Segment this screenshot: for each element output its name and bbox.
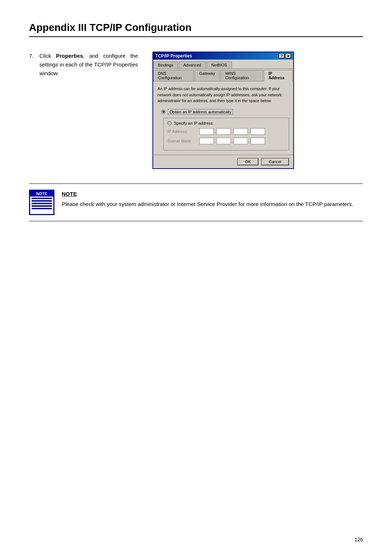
ip-dot-2: . xyxy=(232,129,233,134)
radio-obtain-label: Obtain an IP address automatically xyxy=(168,109,233,115)
ip-address-label: IP Address: xyxy=(167,129,196,134)
ip-address-row: IP Address: . . . xyxy=(167,128,285,135)
dialog-description: An IP address can be automatically assig… xyxy=(158,86,289,104)
page-number: 126 xyxy=(355,537,363,542)
ip-octet-4[interactable] xyxy=(250,128,265,135)
help-button[interactable]: ? xyxy=(279,53,285,58)
content-area: 7. Click Properties, and configure the s… xyxy=(29,52,363,169)
subnet-dot-3: . xyxy=(249,139,250,143)
note-icon: NOTE xyxy=(29,190,54,215)
tab-wins[interactable]: WINS Configuration xyxy=(220,70,263,81)
tabs-row2: DNS Configuration Gateway WINS Configura… xyxy=(153,69,293,81)
note-line-4 xyxy=(32,205,52,207)
radio-specify-option[interactable]: Specify an IP address: xyxy=(167,121,285,125)
tabs-row1: Bindings Advanced NetBIOS xyxy=(153,60,293,69)
note-line-2 xyxy=(32,200,52,202)
subnet-octet-4[interactable] xyxy=(250,138,265,144)
radio-obtain-circle[interactable] xyxy=(161,110,166,114)
step-text: 7. Click Properties, and configure the s… xyxy=(29,52,138,78)
cancel-button[interactable]: Cancel xyxy=(261,158,289,165)
tab-bindings[interactable]: Bindings xyxy=(153,61,178,69)
titlebar-buttons: ? ✕ xyxy=(279,53,291,58)
step-number: 7. xyxy=(29,52,34,60)
close-button[interactable]: ✕ xyxy=(285,53,291,58)
note-line-3 xyxy=(32,203,52,204)
subnet-input-group: . . . xyxy=(199,138,265,144)
tab-netbios[interactable]: NetBIOS xyxy=(207,61,232,69)
tab-dns[interactable]: DNS Configuration xyxy=(153,70,194,81)
dialog-footer: OK Cancel xyxy=(153,155,293,168)
tab-gateway[interactable]: Gateway xyxy=(195,70,220,81)
tcp-ip-dialog: TCP/IP Properties ? ✕ Bindings Advanced … xyxy=(152,52,294,169)
note-section: NOTE NOTE Please check with your system … xyxy=(29,183,363,221)
note-icon-label: NOTE xyxy=(30,191,53,197)
ip-octet-1[interactable] xyxy=(199,128,214,135)
radio-specify-circle[interactable] xyxy=(167,121,172,125)
note-line-1 xyxy=(32,198,52,199)
title-divider xyxy=(29,36,363,37)
ip-octet-3[interactable] xyxy=(233,128,248,135)
note-line-5 xyxy=(32,208,52,209)
subnet-octet-1[interactable] xyxy=(199,138,214,144)
subnet-mask-row: Subnet Mask: . . . xyxy=(167,138,285,144)
specify-box: Specify an IP address: IP Address: . . xyxy=(163,118,289,150)
ip-input-group: . . . xyxy=(199,128,265,135)
radio-obtain-option[interactable]: Obtain an IP address automatically xyxy=(161,109,289,115)
step-text-before: Click xyxy=(40,53,56,59)
subnet-octet-3[interactable] xyxy=(233,138,248,144)
note-title: NOTE xyxy=(62,190,363,198)
ip-options: Obtain an IP address automatically Speci… xyxy=(161,109,289,150)
note-content: NOTE Please check with your system admin… xyxy=(62,190,363,209)
dialog-body: An IP address can be automatically assig… xyxy=(153,81,293,155)
page: Appendix III TCP/IP Configuration 7. Cli… xyxy=(0,0,392,557)
note-icon-lines xyxy=(30,197,53,214)
step-body: Click Properties, and configure the sett… xyxy=(40,52,138,78)
dialog-title: TCP/IP Properties xyxy=(155,53,192,58)
ip-dot-1: . xyxy=(215,129,216,134)
step-bold-text: Properties xyxy=(56,53,83,59)
dialog-titlebar: TCP/IP Properties ? ✕ xyxy=(153,52,293,60)
tab-ipaddress[interactable]: IP Address xyxy=(264,70,293,81)
subnet-dot-1: . xyxy=(215,139,216,143)
ok-button[interactable]: OK xyxy=(237,158,258,165)
tab-advanced[interactable]: Advanced xyxy=(179,61,206,69)
subnet-mask-label: Subnet Mask: xyxy=(167,139,196,143)
radio-specify-label: Specify an IP address: xyxy=(174,121,214,125)
note-text: Please check with your system administra… xyxy=(62,200,363,209)
page-title: Appendix III TCP/IP Configuration xyxy=(29,22,363,33)
right-panel: TCP/IP Properties ? ✕ Bindings Advanced … xyxy=(152,52,363,169)
ip-octet-2[interactable] xyxy=(216,128,231,135)
subnet-dot-2: . xyxy=(232,139,233,143)
ip-dot-3: . xyxy=(249,129,250,134)
subnet-octet-2[interactable] xyxy=(216,138,231,144)
